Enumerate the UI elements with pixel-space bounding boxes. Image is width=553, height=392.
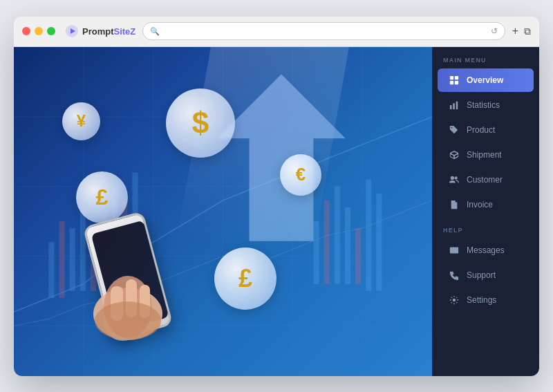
- mail-icon: [449, 245, 460, 256]
- svg-rect-40: [456, 101, 458, 109]
- traffic-lights: [22, 27, 55, 35]
- phone-icon: [449, 270, 460, 281]
- bubble-euro-right: €: [280, 154, 321, 196]
- sidebar-label-customer: Customer: [467, 175, 503, 185]
- bubble-dollar: $: [166, 88, 235, 158]
- svg-rect-34: [450, 75, 453, 79]
- logo-icon: [65, 24, 79, 38]
- sidebar-item-support[interactable]: Support: [438, 263, 534, 287]
- svg-rect-39: [453, 103, 455, 109]
- sidebar-label-messages: Messages: [467, 245, 505, 255]
- svg-rect-11: [48, 242, 54, 298]
- svg-point-47: [453, 298, 456, 301]
- svg-rect-37: [455, 80, 458, 84]
- maximize-button[interactable]: [47, 27, 55, 35]
- package-icon: [449, 149, 460, 160]
- bubble-yen: ¥: [62, 102, 100, 140]
- sidebar-item-product[interactable]: Product: [438, 118, 534, 142]
- browser-content: $ £ ¥ € £ €: [14, 47, 539, 376]
- svg-marker-27: [217, 74, 346, 241]
- phone-graphic: [83, 183, 180, 335]
- reload-icon[interactable]: ↺: [491, 26, 498, 36]
- settings-icon: [449, 295, 460, 306]
- users-icon: [449, 174, 460, 185]
- sidebar-label-shipment: Shipment: [467, 150, 502, 160]
- sidebar-item-customer[interactable]: Customer: [438, 168, 534, 192]
- sidebar-item-invoice[interactable]: Invoice: [438, 193, 534, 216]
- sidebar-item-overview[interactable]: Overview: [438, 68, 534, 92]
- search-icon: 🔍: [150, 27, 160, 36]
- sidebar-label-invoice: Invoice: [467, 200, 493, 209]
- grid-icon: [449, 75, 460, 86]
- tag-icon: [449, 124, 460, 136]
- bar-chart-icon: [449, 100, 460, 111]
- close-button[interactable]: [22, 27, 30, 35]
- browser-window: PromptSiteZ 🔍 ↺ + ⧉: [14, 17, 539, 376]
- svg-point-33: [95, 301, 161, 340]
- help-label: HELP: [432, 217, 539, 238]
- sidebar-item-settings[interactable]: Settings: [438, 288, 534, 312]
- file-icon: [449, 199, 460, 210]
- main-menu-label: MAIN MENU: [432, 47, 539, 68]
- sidebar-label-overview: Overview: [467, 75, 503, 85]
- main-image-area: $ £ ¥ € £ €: [14, 47, 432, 376]
- svg-rect-38: [450, 105, 452, 109]
- hand-icon: [83, 252, 173, 342]
- address-bar[interactable]: 🔍 ↺: [142, 22, 505, 40]
- sidebar-label-settings: Settings: [467, 295, 496, 305]
- sidebar-label-product: Product: [467, 125, 495, 135]
- sidebar-item-messages[interactable]: Messages: [438, 239, 534, 262]
- browser-chrome: PromptSiteZ 🔍 ↺ + ⧉: [14, 17, 539, 47]
- sidebar-label-statistics: Statistics: [467, 100, 500, 110]
- browser-logo: PromptSiteZ: [65, 24, 135, 38]
- bubble-pound-bottom: £: [214, 248, 276, 310]
- browser-actions: + ⧉: [512, 25, 531, 37]
- sidebar-item-statistics[interactable]: Statistics: [438, 93, 534, 117]
- svg-rect-36: [450, 80, 453, 84]
- svg-point-42: [454, 176, 457, 179]
- logo-text: PromptSiteZ: [82, 26, 135, 37]
- sidebar-item-shipment[interactable]: Shipment: [438, 143, 534, 167]
- svg-rect-13: [70, 228, 75, 291]
- new-tab-button[interactable]: +: [512, 25, 518, 37]
- minimize-button[interactable]: [35, 27, 43, 35]
- svg-rect-12: [59, 221, 65, 298]
- sidebar: MAIN MENU Overview Statistics: [432, 47, 539, 376]
- svg-point-41: [451, 176, 454, 179]
- window-button[interactable]: ⧉: [524, 26, 531, 37]
- sidebar-label-support: Support: [467, 270, 496, 280]
- svg-rect-35: [455, 75, 458, 79]
